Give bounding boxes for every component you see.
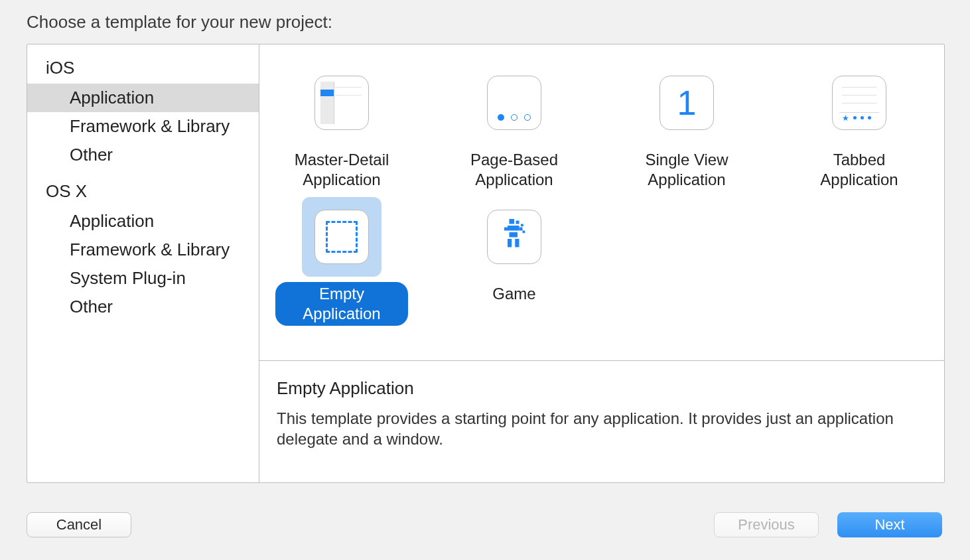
template-master-detail-application[interactable]: Master-Detail Application <box>275 63 408 192</box>
new-project-template-sheet: Choose a template for your new project: … <box>0 0 970 560</box>
template-description-title: Empty Application <box>277 378 927 399</box>
svg-rect-4 <box>520 228 523 231</box>
svg-rect-8 <box>521 224 523 227</box>
sidebar-item-osx-other[interactable]: Other <box>27 293 259 321</box>
sheet-footer: Cancel Previous Next <box>0 504 970 560</box>
template-grid: Master-Detail Application Page-Based App… <box>259 44 944 360</box>
template-page-based-application[interactable]: Page-Based Application <box>448 63 581 192</box>
sidebar-item-osx-framework-library[interactable]: Framework & Library <box>27 236 259 264</box>
template-empty-application[interactable]: Empty Application <box>275 197 408 326</box>
svg-rect-3 <box>504 228 508 231</box>
template-label: Master-Detail Application <box>275 148 408 192</box>
previous-button: Previous <box>714 512 819 537</box>
game-icon <box>487 210 541 264</box>
sidebar-group-osx: OS X <box>27 176 259 207</box>
template-panel: iOS Application Framework & Library Othe… <box>27 44 945 483</box>
template-description-body: This template provides a starting point … <box>277 408 927 449</box>
cancel-button[interactable]: Cancel <box>27 512 131 537</box>
template-label: Single View Application <box>620 148 753 192</box>
page-based-icon <box>487 76 541 130</box>
sidebar-item-ios-other[interactable]: Other <box>27 141 259 169</box>
template-label: Game <box>483 282 545 306</box>
sidebar-item-ios-application[interactable]: Application <box>27 84 259 112</box>
empty-application-icon <box>314 210 369 264</box>
sidebar-group-ios: iOS <box>27 52 259 84</box>
svg-rect-5 <box>510 232 518 238</box>
template-label: Empty Application <box>275 282 408 326</box>
template-main-area: Master-Detail Application Page-Based App… <box>259 44 944 482</box>
svg-rect-7 <box>515 239 519 247</box>
template-label: Tabbed Application <box>793 148 926 192</box>
template-game[interactable]: Game <box>448 197 581 326</box>
svg-rect-0 <box>510 219 515 224</box>
template-category-sidebar: iOS Application Framework & Library Othe… <box>27 44 259 482</box>
sidebar-item-ios-framework-library[interactable]: Framework & Library <box>27 112 259 141</box>
svg-rect-2 <box>508 226 520 231</box>
template-label: Page-Based Application <box>448 148 581 192</box>
sidebar-item-osx-system-plugin[interactable]: System Plug-in <box>27 264 259 293</box>
sidebar-item-osx-application[interactable]: Application <box>27 207 259 236</box>
svg-rect-6 <box>508 239 512 247</box>
svg-rect-9 <box>523 231 525 234</box>
single-view-icon: 1 <box>659 76 714 130</box>
sheet-prompt: Choose a template for your new project: <box>27 12 332 33</box>
svg-rect-1 <box>516 221 520 224</box>
tabbed-icon: ★ <box>832 76 886 130</box>
next-button[interactable]: Next <box>837 512 942 537</box>
template-tabbed-application[interactable]: ★ Tabbed Application <box>793 63 926 192</box>
template-single-view-application[interactable]: 1 Single View Application <box>620 63 753 192</box>
master-detail-icon <box>314 76 369 130</box>
template-description-pane: Empty Application This template provides… <box>259 360 944 482</box>
